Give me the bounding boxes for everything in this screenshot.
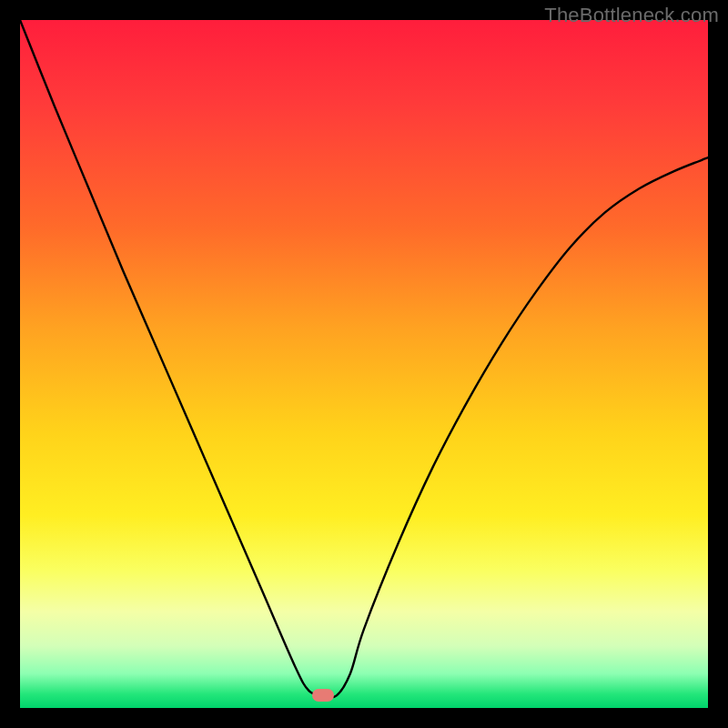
watermark-text: TheBottleneck.com <box>544 4 719 27</box>
bottleneck-curve <box>20 20 708 708</box>
curve-minimum-marker <box>312 689 334 702</box>
plot-area <box>20 20 708 708</box>
chart-frame: TheBottleneck.com <box>0 0 728 728</box>
